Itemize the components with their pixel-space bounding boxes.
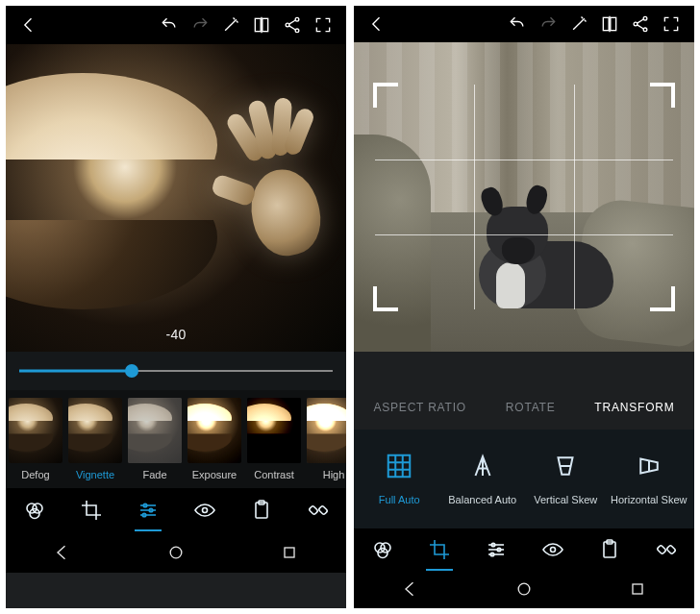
option-label: Vertical Skew [534,494,597,505]
svg-rect-15 [318,505,328,515]
tool-clipboard[interactable] [588,530,631,573]
filter-thumb [9,398,62,463]
full-auto-icon [385,452,413,484]
system-nav [6,536,346,573]
svg-point-4 [295,29,299,33]
share-icon[interactable] [277,10,308,40]
svg-rect-34 [666,545,676,554]
filter-high[interactable]: High [304,390,346,488]
adjustment-value: -40 [6,327,346,342]
filter-label: High [323,469,345,480]
svg-rect-14 [309,505,318,515]
heal-icon [655,538,678,565]
option-label: Horizontal Skew [611,494,687,505]
tool-eye[interactable] [184,491,226,533]
option-label: Full Auto [379,494,420,505]
crop-handle-tr[interactable] [650,83,675,108]
filter-thumb [307,398,346,463]
filter-label: Defog [21,469,49,480]
option-balanced-auto[interactable]: Balanced Auto [441,452,525,505]
filter-label: Vignette [76,469,114,480]
adjustment-slider[interactable] [19,361,333,381]
filter-thumb [68,398,122,463]
option-label: Balanced Auto [448,494,516,505]
clipboard-icon [598,538,621,565]
undo-icon[interactable] [502,9,533,39]
subtab-aspect-ratio[interactable]: ASPECT RATIO [365,395,474,420]
filter-vignette[interactable]: Vignette [65,390,125,488]
subtab-transform[interactable]: TRANSFORM [587,395,682,420]
adjust-icon [137,499,160,526]
adjust-icon [485,538,508,565]
tool-heal[interactable] [297,491,339,533]
back-icon[interactable] [13,10,44,40]
svg-point-35 [518,583,530,595]
svg-point-22 [643,28,647,32]
crop-handle-bl[interactable] [373,286,398,311]
svg-rect-19 [611,17,616,30]
tool-heal[interactable] [645,530,688,573]
svg-point-21 [634,22,638,26]
filter-defog[interactable]: Defog [6,390,65,488]
back-icon[interactable] [362,9,392,39]
eye-icon [193,499,216,526]
horizontal-skew-icon [635,452,663,484]
undo-icon[interactable] [154,10,185,40]
fullscreen-icon[interactable] [308,10,338,40]
transform-options: Full AutoBalanced AutoVertical SkewHoriz… [354,430,694,529]
crop-canvas[interactable] [354,42,694,352]
tool-crop[interactable] [418,530,461,573]
filter-label: Fade [142,469,166,480]
svg-point-2 [295,17,299,21]
tool-adjust[interactable] [475,530,517,573]
share-icon[interactable] [625,9,656,39]
svg-point-3 [286,23,289,27]
option-horizontal-skew[interactable]: Horizontal Skew [608,452,691,505]
compare-icon[interactable] [246,10,277,40]
filter-fade[interactable]: Fade [125,390,185,488]
nav-home-icon[interactable] [166,543,186,566]
crop-handle-br[interactable] [650,286,675,311]
filter-strip[interactable]: DefogVignetteFadeExposureContrastHigh [6,390,346,488]
looks-icon [371,538,394,565]
wand-icon[interactable] [563,9,594,39]
nav-back-icon[interactable] [53,543,72,566]
balanced-auto-icon [468,452,497,484]
tool-crop[interactable] [70,491,112,533]
svg-rect-18 [603,17,609,30]
filter-thumb [128,398,182,463]
crop-handle-tl[interactable] [373,83,398,108]
grid-line [574,85,575,309]
tool-looks[interactable] [362,530,404,573]
option-vertical-skew[interactable]: Vertical Skew [524,452,608,505]
tool-adjust[interactable] [127,491,169,533]
fullscreen-icon[interactable] [656,9,687,39]
nav-home-icon[interactable] [514,579,534,602]
nav-recent-icon[interactable] [280,543,299,566]
tool-tabbar [6,488,346,536]
tool-looks[interactable] [13,491,56,533]
svg-rect-36 [633,584,642,594]
svg-point-20 [643,16,647,20]
editor-screen-adjust: -40 DefogVignetteFadeExposureContrastHig… [6,6,346,608]
redo-icon[interactable] [185,10,215,40]
compare-icon[interactable] [594,9,625,39]
eye-icon [541,538,564,565]
subtab-rotate[interactable]: ROTATE [498,395,563,420]
looks-icon [23,499,46,526]
filter-exposure[interactable]: Exposure [185,390,244,488]
crop-icon [80,499,103,526]
crop-frame[interactable] [375,85,673,309]
option-full-auto[interactable]: Full Auto [358,452,441,505]
image-canvas[interactable]: -40 [6,44,346,352]
nav-recent-icon[interactable] [628,579,647,602]
tool-eye[interactable] [532,530,574,573]
svg-rect-0 [255,18,261,31]
wand-icon[interactable] [215,10,246,40]
tool-clipboard[interactable] [240,491,283,533]
svg-point-16 [170,547,182,558]
grid-line [474,85,475,309]
filter-contrast[interactable]: Contrast [244,390,304,488]
redo-icon[interactable] [533,9,563,39]
nav-back-icon[interactable] [401,579,420,602]
